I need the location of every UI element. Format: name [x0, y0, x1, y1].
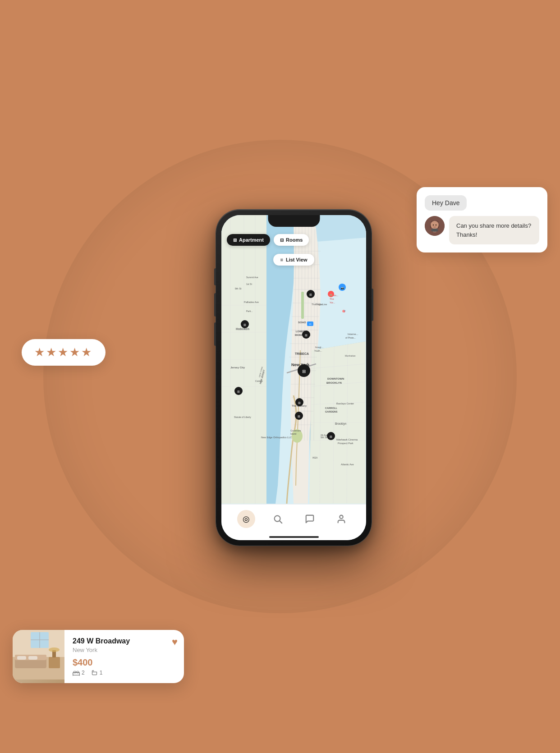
- listing-features: 2 1: [73, 669, 176, 676]
- apartment-label: Apartment: [239, 237, 264, 243]
- svg-text:New Edge Orthopedics LLC: New Edge Orthopedics LLC: [261, 436, 292, 439]
- svg-rect-119: [49, 657, 60, 668]
- svg-text:4th Ave: 4th Ave: [321, 434, 327, 436]
- svg-text:Atlantic Ave: Atlantic Ave: [341, 463, 354, 466]
- svg-text:Park...: Park...: [246, 310, 252, 312]
- svg-text:H: H: [309, 323, 311, 326]
- svg-text:SOHO: SOHO: [298, 321, 306, 324]
- phone-body: Hoboken Jersey City SOHO LOWER MANHATTAN…: [216, 210, 372, 546]
- svg-text:⊞: ⊞: [305, 334, 308, 337]
- listing-image: [13, 630, 64, 683]
- svg-text:7th Ave: 7th Ave: [315, 303, 323, 306]
- svg-text:⊞: ⊞: [298, 415, 300, 418]
- listing-bedrooms: 2: [73, 670, 85, 676]
- svg-text:Nitehawk Cinema: Nitehawk Cinema: [336, 438, 358, 441]
- svg-text:Prospect Park: Prospect Park: [338, 442, 353, 445]
- svg-text:Governors: Governors: [290, 429, 301, 432]
- apartment-icon: ⊞: [233, 238, 237, 243]
- svg-text:DOWNTOWN: DOWNTOWN: [327, 377, 344, 380]
- svg-text:Yor...: Yor...: [330, 301, 335, 304]
- chat-message-bubble: Can you share more details? Thanks!: [449, 216, 539, 244]
- phone-wrapper: Hoboken Jersey City SOHO LOWER MANHATTAN…: [203, 210, 384, 570]
- svg-text:Island: Island: [290, 432, 297, 435]
- phone-notch: [268, 215, 320, 227]
- nav-profile-icon[interactable]: [332, 510, 350, 528]
- card-content: 249 W Broadway New York $400 2 1: [64, 630, 184, 683]
- svg-text:Interne...: Interne...: [348, 333, 358, 335]
- svg-point-112: [436, 225, 436, 225]
- svg-text:🏨: 🏨: [330, 294, 333, 297]
- svg-text:Summit Ave: Summit Ave: [246, 276, 258, 279]
- nav-search-icon[interactable]: [269, 510, 287, 528]
- stars-display: ★★★★★: [34, 345, 93, 359]
- favorite-btn[interactable]: ♥: [172, 636, 178, 648]
- phone-button-vol-down: [214, 322, 216, 346]
- stars-bubble: ★★★★★: [22, 339, 106, 366]
- svg-text:Statute of Liberty: Statute of Liberty: [234, 416, 251, 418]
- svg-rect-117: [17, 656, 26, 660]
- svg-text:Barclays Center: Barclays Center: [336, 402, 354, 405]
- home-indicator: [269, 536, 319, 538]
- map-filters: ⊞ Apartment ⊟ Rooms: [227, 234, 361, 246]
- nav-map-icon[interactable]: ◎: [237, 510, 255, 528]
- list-view-btn[interactable]: ≡ List View: [273, 254, 315, 266]
- svg-text:Brooklyn: Brooklyn: [335, 422, 347, 426]
- list-view-label: List View: [286, 257, 307, 262]
- svg-text:Hoboken: Hoboken: [236, 327, 249, 331]
- bedroom-count: 2: [82, 670, 85, 676]
- svg-text:Youth...: Youth...: [314, 349, 322, 352]
- phone-button-silent: [214, 268, 216, 285]
- svg-text:GARDENS: GARDENS: [325, 410, 338, 413]
- svg-text:Manhattan: Manhattan: [345, 354, 356, 357]
- svg-text:The: The: [330, 298, 334, 300]
- svg-rect-118: [28, 656, 37, 660]
- svg-text:⊞: ⊞: [298, 401, 301, 404]
- chat-message-row: Can you share more details? Thanks!: [425, 216, 539, 244]
- svg-text:Centre: Centre: [255, 380, 263, 382]
- chat-greeting: Hey Dave: [425, 195, 467, 211]
- svg-point-121: [49, 647, 60, 652]
- svg-text:1st St: 1st St: [246, 283, 252, 285]
- listing-bathrooms: 1: [91, 669, 103, 676]
- list-view-icon: ≡: [280, 257, 283, 262]
- svg-text:TRIBECA: TRIBECA: [295, 352, 309, 355]
- svg-point-111: [433, 225, 434, 225]
- phone-button-vol-up: [214, 293, 216, 317]
- svg-point-110: [431, 221, 439, 229]
- rooms-filter-btn[interactable]: ⊟ Rooms: [274, 234, 309, 246]
- listing-card[interactable]: 249 W Broadway New York $400 2 1: [13, 630, 184, 683]
- listing-title: 249 W Broadway: [73, 637, 176, 645]
- svg-rect-126: [73, 671, 76, 673]
- rooms-label: Rooms: [286, 237, 303, 243]
- svg-text:BROOKLYN: BROOKLYN: [326, 381, 342, 384]
- nav-item-messages[interactable]: [301, 510, 319, 528]
- rooms-icon: ⊟: [280, 238, 284, 243]
- svg-text:⊞: ⊞: [330, 435, 332, 438]
- svg-line-106: [280, 521, 282, 523]
- svg-text:📷: 📷: [341, 286, 344, 290]
- apartment-filter-btn[interactable]: ⊞ Apartment: [227, 234, 270, 246]
- svg-text:CARROLL: CARROLL: [325, 407, 338, 409]
- nav-item-map[interactable]: ◎: [237, 510, 255, 528]
- listing-city: New York: [73, 647, 176, 653]
- svg-text:of Photo...: of Photo...: [345, 336, 356, 339]
- phone-button-power: [372, 289, 373, 321]
- svg-text:⊞: ⊞: [243, 323, 246, 326]
- phone-screen: Hoboken Jersey City SOHO LOWER MANHATTAN…: [221, 215, 366, 540]
- nav-messages-icon[interactable]: [301, 510, 319, 528]
- svg-text:🎯: 🎯: [342, 309, 345, 313]
- svg-text:Imagi...: Imagi...: [315, 346, 324, 349]
- svg-rect-127: [77, 671, 79, 673]
- svg-text:IKEA: IKEA: [312, 456, 318, 459]
- svg-rect-38: [301, 292, 304, 319]
- svg-text:⊞: ⊞: [309, 293, 312, 296]
- nav-item-profile[interactable]: [332, 510, 350, 528]
- bathroom-count: 1: [100, 670, 103, 676]
- bottom-nav: ◎: [221, 504, 366, 540]
- listing-price: $400: [73, 657, 176, 668]
- svg-text:Jersey City: Jersey City: [230, 366, 245, 369]
- svg-text:⊞: ⊞: [237, 390, 240, 393]
- svg-text:⊞: ⊞: [302, 369, 306, 374]
- svg-point-107: [340, 515, 343, 518]
- nav-item-search[interactable]: [269, 510, 287, 528]
